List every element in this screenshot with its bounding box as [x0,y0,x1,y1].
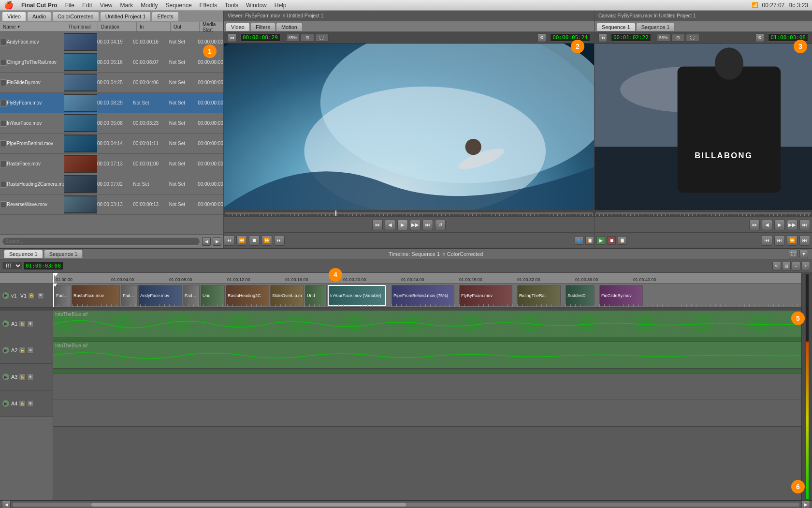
canvas-stop-icon[interactable]: ⏹ [607,236,616,245]
tl-tool-select[interactable]: ↖ [772,262,781,270]
clip-under-1[interactable]: Und [201,285,225,306]
tl-zoom-out[interactable]: − [792,262,800,270]
tl-zoom-in[interactable]: + [801,262,810,270]
canvas-jump-next-btn[interactable]: ⏭ [799,220,810,230]
canvas-jump-start[interactable]: ⏮ [598,33,607,42]
canvas-play-btn[interactable]: ▶ [774,220,785,230]
menu-tools[interactable]: Tools [225,2,238,9]
viewer-jump-next-btn[interactable]: ⏭ [422,220,433,230]
browser-row[interactable]: RastaFace.mov 00:00:07:13 00:00:01:00 No… [0,154,223,174]
timeline-scrollbar[interactable]: ◀ ▶ [0,500,812,508]
viewer-timecode-current[interactable]: 00:00:08:29 [240,33,280,42]
a4-vis-btn[interactable]: 👁 [27,400,34,407]
col-name[interactable]: Name ▼ [0,22,65,31]
tl-tool-track[interactable]: ⊞ [782,262,791,270]
viewer-jump-prev-btn[interactable]: ⏮ [372,220,383,230]
viewer-loop-btn[interactable]: ↺ [435,220,446,230]
canvas-prev-edit-btn[interactable]: ⏮ [762,235,772,246]
col-out[interactable]: Out [171,22,200,31]
tl-scroll-left[interactable]: ◀ [2,500,11,508]
viewer-next-frame-btn[interactable]: ▶▶ [410,220,420,230]
clip-under-2[interactable]: Und [305,285,327,306]
canvas-timecode-current[interactable]: 00:01:02:22 [611,33,651,42]
timeline-timecode[interactable]: 01:00:03:08 [23,262,63,270]
viewer-scrub-bar[interactable] [224,210,594,217]
clip-fade-2[interactable]: Fade 1 [121,285,138,306]
browser-tab-video[interactable]: Video [2,12,26,21]
v1-lock-btn[interactable]: 🔒 [28,292,35,299]
browser-next-btn[interactable]: ▶ [213,237,221,246]
canvas-jump-prev-btn[interactable]: ⏮ [749,220,760,230]
a4-auto-btn[interactable]: ▶ [2,400,10,407]
clip-fade-1[interactable]: Fade 1 [54,285,71,306]
browser-prev-btn[interactable]: ◀ [202,237,211,246]
col-thumbnail[interactable]: Thumbnail [65,22,98,31]
clip-rastaface[interactable]: RastaFace.mov [72,285,120,306]
canvas-next-edit-btn[interactable]: ⏭ [774,235,785,246]
viewer-play-btn[interactable]: ▶ [397,220,408,230]
col-duration[interactable]: Duration [98,22,137,31]
canvas-next-frame-btn[interactable]: ▶▶ [787,220,798,230]
a4-track-content[interactable] [53,400,801,427]
a2-auto-btn[interactable]: ▶ [2,346,10,354]
clip-andyface[interactable]: AndyFace.mov [138,285,182,306]
viewer-prev-edit-btn[interactable]: ⏮ [224,235,234,246]
a3-track-content[interactable] [53,374,801,400]
clip-finglide[interactable]: FinGlideBy.mov [599,285,643,306]
browser-row[interactable]: ReverseWave.mov 00:00:03:13 00:00:00:13 … [0,194,223,215]
canvas-full-btn[interactable]: ⛶ [686,34,699,42]
clip-fade-3[interactable]: Fade 1 [183,285,200,306]
apple-menu[interactable]: 🍎 [4,0,14,10]
right-sidebar[interactable] [801,273,812,500]
menu-edit[interactable]: Edit [82,2,92,9]
viewer-zoom-select[interactable]: 65% [286,34,300,42]
tl-scroll-thumb[interactable] [91,503,406,507]
tl-tab-seq2[interactable]: Sequence 1 [44,250,83,258]
viewer-settings-btn[interactable]: ⚙ [537,33,546,42]
browser-tab-audio[interactable]: Audio [27,12,51,21]
canvas-fit-btn[interactable]: ⊞ [671,34,685,42]
clip-ridingtherail[interactable]: RidingTheRail. [517,285,561,306]
clip-sudden[interactable]: SuddenD [566,285,594,306]
a1-track-content[interactable]: IntoTheBlue.aif [53,311,801,337]
viewer-tab-motion[interactable]: Motion [276,23,303,31]
tl-tab-seq1[interactable]: Sequence 1 [4,250,43,258]
auto-keyframe-btn[interactable]: ▶ [2,292,10,299]
browser-row[interactable]: PipeFromBehind.mov 00:00:04:14 00:00:01:… [0,134,223,154]
viewer-tab-video[interactable]: Video [226,23,250,31]
browser-tab-colorcorrected[interactable]: ColorCorrected [52,12,99,21]
viewer-marker-btn[interactable]: 🔷 [575,236,583,245]
rt-dropdown[interactable]: RT [2,262,22,270]
col-media[interactable]: Media Start [200,22,223,31]
canvas-seq-tab-2[interactable]: Sequence 1 [636,23,675,31]
viewer-fit-btn[interactable]: ⊞ [301,34,314,42]
a2-lock-btn[interactable]: 🔒 [19,347,26,354]
browser-row[interactable]: ClingingToTheRail.mov 00:00:06:16 00:00:… [0,52,223,73]
canvas-settings-btn[interactable]: ⚙ [755,33,764,42]
viewer-tab-filters[interactable]: Filters [250,23,276,31]
a3-auto-btn[interactable]: ▶ [2,373,10,381]
canvas-prev-frame-btn[interactable]: ◀ [762,220,772,230]
menu-help[interactable]: Help [275,2,287,9]
timeline-ruler[interactable]: 01:00:00 01:00:04:00 01:00:08:00 01:00:1… [53,273,801,284]
menu-view[interactable]: View [100,2,113,9]
canvas-play-icon[interactable]: ▶ [596,236,605,245]
clip-slideoverlip[interactable]: SlideOverLip.m [270,285,304,306]
a3-vis-btn[interactable]: 👁 [27,374,34,380]
clip-inyourface[interactable]: InYourFace.mov (Variable) [328,285,386,306]
browser-list[interactable]: AndyFace.mov 00:00:04:19 00:00:00:16 Not… [0,32,223,234]
tl-scroll-right[interactable]: ▶ [801,500,810,508]
viewer-full-btn[interactable]: ⛶ [315,34,329,42]
menu-mark[interactable]: Mark [120,2,133,9]
a2-track-content[interactable]: IntoTheBlue.aif [53,342,801,369]
menu-modify[interactable]: Modify [141,2,158,9]
browser-tab-effects[interactable]: Effects [152,12,178,21]
a2-vis-btn[interactable]: 👁 [27,347,34,354]
canvas-end-btn[interactable]: ⏭ [799,235,810,246]
viewer-clip-btn[interactable]: 📋 [585,236,594,245]
browser-row[interactable]: FlyByFoam.mov 00:00:08:29 Not Set Not Se… [0,93,223,113]
browser-row[interactable]: AndyFace.mov 00:00:04:19 00:00:00:16 Not… [0,32,223,52]
browser-search[interactable] [2,237,200,246]
viewer-jump-start[interactable]: ⏮ [228,33,236,42]
viewer-next-edit-btn[interactable]: ⏭ [274,235,285,246]
